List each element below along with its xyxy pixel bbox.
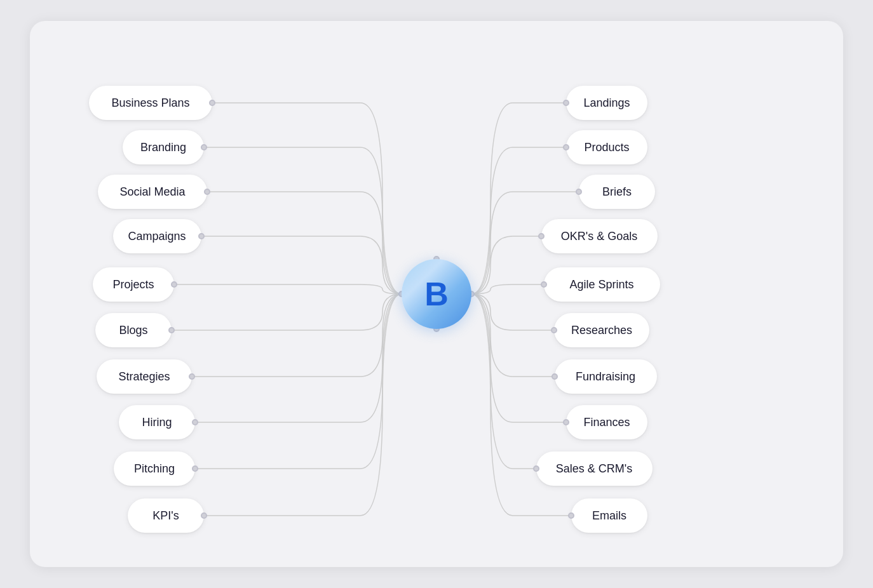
brand-letter: B bbox=[424, 277, 449, 311]
node-finances[interactable]: Finances bbox=[566, 405, 647, 439]
node-strategies[interactable]: Strategies bbox=[97, 359, 192, 394]
node-branding[interactable]: Branding bbox=[123, 130, 204, 164]
node-pitching[interactable]: Pitching bbox=[114, 451, 195, 486]
node-okrs[interactable]: OKR's & Goals bbox=[541, 219, 658, 253]
node-landings[interactable]: Landings bbox=[566, 86, 647, 120]
node-sales-crm[interactable]: Sales & CRM's bbox=[536, 451, 653, 486]
node-researches[interactable]: Researches bbox=[554, 313, 649, 347]
node-briefs[interactable]: Briefs bbox=[579, 175, 655, 209]
node-kpis[interactable]: KPI's bbox=[128, 498, 204, 533]
node-blogs[interactable]: Blogs bbox=[95, 313, 172, 347]
node-emails[interactable]: Emails bbox=[571, 498, 647, 533]
node-campaigns[interactable]: Campaigns bbox=[113, 219, 201, 253]
node-fundraising[interactable]: Fundraising bbox=[555, 359, 657, 394]
node-agile[interactable]: Agile Sprints bbox=[544, 267, 660, 302]
center-logo[interactable]: B bbox=[402, 259, 471, 329]
node-hiring[interactable]: Hiring bbox=[119, 405, 195, 439]
node-projects[interactable]: Projects bbox=[93, 267, 174, 302]
mind-map-card: B Business PlansBrandingSocial MediaCamp… bbox=[30, 21, 843, 567]
node-products[interactable]: Products bbox=[566, 130, 647, 164]
node-social-media[interactable]: Social Media bbox=[98, 175, 207, 209]
node-business-plans[interactable]: Business Plans bbox=[89, 86, 212, 120]
